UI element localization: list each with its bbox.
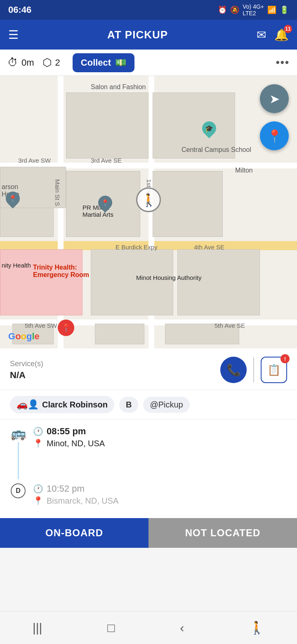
milton-label: Milton [235, 167, 253, 174]
map-marker-left: 📍 [6, 192, 20, 206]
notes-button[interactable]: 📋 ! [261, 357, 287, 383]
5th-ave-sw-label: 5th Ave SW [25, 322, 57, 329]
building-1 [66, 92, 148, 159]
pickup-timeline: 🚌 [10, 426, 26, 479]
direction-icon: ➤ [269, 92, 280, 106]
trinity-health-label: Trinity Health:Emergency Room [33, 264, 89, 279]
signal-text: Vo) 4G+LTE2 [243, 3, 264, 17]
menu-lines-icon: ||| [33, 621, 42, 635]
main-st-label: Main St S [54, 179, 61, 206]
pickup-addr-row: 📍 Minot, ND, USA [33, 438, 105, 448]
passenger-status: @Pickup [143, 397, 189, 413]
my-location-button[interactable]: 📍 [260, 121, 289, 150]
pickup-info: 🕐 08:55 pm 📍 Minot, ND, USA [33, 426, 105, 448]
passenger-name: Clarck Robinson [42, 400, 108, 410]
mail-icon: ✉ [257, 28, 266, 41]
dropoff-location: Bismarck, ND, USA [47, 496, 118, 506]
not-located-button[interactable]: NOT LOCATED [148, 518, 297, 548]
mute-icon: 🔕 [230, 5, 239, 14]
action-buttons: ON-BOARD NOT LOCATED [0, 518, 297, 548]
person-marker: 🚶 [136, 187, 161, 212]
passenger-chip[interactable]: 🚗👤 Clarck Robinson [10, 396, 114, 413]
minot-housing-label: Minot Housing Authority [136, 274, 201, 281]
location-icon-dropoff: 📍 [33, 496, 43, 506]
dropoff-section: D 🕐 10:52 pm 📍 Bismarck, ND, USA [10, 483, 287, 506]
actions-divider [253, 358, 254, 382]
dropoff-timeline: D [10, 483, 26, 498]
dropoff-time: 10:52 pm [47, 483, 85, 494]
nav-menu-button[interactable]: ||| [33, 621, 42, 635]
collect-button[interactable]: Collect 💵 [73, 53, 134, 72]
clock-icon-pickup: 🕐 [33, 426, 43, 436]
gray-pin-left: 📍 [3, 189, 23, 208]
building-6 [153, 171, 223, 237]
services-actions: 📞 📋 ! [220, 357, 287, 383]
nav-person-button[interactable]: 🚶 [249, 620, 264, 635]
notification-badge: 11 [284, 25, 292, 33]
call-button[interactable]: 📞 [220, 357, 247, 383]
passenger-row: 🚗👤 Clarck Robinson B @Pickup [0, 390, 297, 419]
menu-button[interactable]: ☰ [8, 28, 19, 42]
burdick-expy-label: E Burdick Expy [116, 244, 158, 251]
location-icon-pickup: 📍 [33, 438, 43, 448]
signal-bars-icon: 📶 [267, 5, 276, 14]
map-view[interactable]: Salon and Fashion Central Campus School … [0, 76, 297, 348]
services-value: N/A [10, 370, 220, 381]
pickup-location: Minot, ND, USA [47, 439, 105, 448]
phone-icon: 📞 [226, 363, 241, 377]
back-chevron-icon: ‹ [180, 621, 184, 635]
stops-icon: ⬡ [42, 56, 52, 69]
red-pin: 📍 [58, 320, 74, 336]
dropoff-time-row: 🕐 10:52 pm [33, 483, 118, 494]
pickup-section: 🚌 🕐 08:55 pm 📍 Minot, ND, USA [10, 426, 287, 479]
more-options-button[interactable]: ••• [276, 56, 290, 69]
teal-pin-campus: 🎓 [199, 118, 219, 138]
trinity-health-short-label: nity Health [2, 262, 31, 269]
building-8 [177, 249, 260, 315]
nav-home-button[interactable]: □ [107, 621, 115, 635]
salon-fashion-label: Salon and Fashion [91, 83, 146, 91]
stops-value: 2 [55, 57, 60, 68]
distance-item: ⏱ 0m [7, 56, 34, 69]
map-marker-pr: 📍 [98, 196, 112, 210]
clock-icon-dropoff: 🕐 [33, 484, 43, 494]
building-10 [95, 324, 144, 344]
services-label: Service(s) [10, 360, 220, 368]
dropoff-dot: D [11, 483, 26, 498]
building-7 [91, 249, 173, 315]
passenger-chip-icon: 🚗👤 [16, 399, 39, 410]
status-icons: ⏰ 🔕 Vo) 4G+LTE2 📶 🔋 [218, 3, 289, 17]
notification-button[interactable]: 🔔 11 [274, 28, 289, 42]
pickup-time-row: 🕐 08:55 pm [33, 426, 105, 437]
mail-button[interactable]: ✉ [257, 28, 266, 42]
services-row: Service(s) N/A 📞 📋 ! [0, 348, 297, 390]
nav-back-button[interactable]: ‹ [180, 621, 184, 635]
pickup-time: 08:55 pm [47, 426, 86, 437]
map-marker-red: 📍 [58, 320, 74, 336]
collect-label: Collect [81, 57, 111, 68]
passenger-badge: B [119, 397, 138, 413]
onboard-button[interactable]: ON-BOARD [0, 518, 148, 548]
header-icons: ✉ 🔔 11 [257, 28, 289, 42]
collect-icon: 💵 [115, 57, 126, 68]
page-title: AT PICKUP [107, 28, 168, 41]
google-logo: Google [8, 331, 40, 342]
4th-ave-se-label: 4th Ave SE [194, 244, 224, 251]
central-campus-label: Central Campus School [182, 146, 251, 154]
alarm-icon: ⏰ [218, 5, 227, 14]
status-bar: 06:46 ⏰ 🔕 Vo) 4G+LTE2 📶 🔋 [0, 0, 297, 20]
timeline-line [18, 442, 19, 479]
notes-badge: ! [280, 354, 290, 363]
nav-direction-button[interactable]: ➤ [260, 84, 289, 113]
toolbar: ⏱ 0m ⬡ 2 Collect 💵 ••• [0, 50, 297, 76]
bottom-nav: ||| □ ‹ 🚶 [0, 611, 297, 644]
location-icon: 📍 [267, 129, 282, 143]
van-icon: 🚌 [11, 426, 26, 440]
dropoff-info: 🕐 10:52 pm 📍 Bismarck, ND, USA [33, 483, 118, 506]
person-icon: 🚶 [141, 193, 156, 207]
content-section: Service(s) N/A 📞 📋 ! 🚗👤 Clarck Robinson … [0, 348, 297, 548]
app-header: ☰ AT PICKUP ✉ 🔔 11 [0, 20, 297, 50]
3rd-ave-se-label: 3rd Ave SE [91, 157, 122, 164]
hamburger-icon: ☰ [8, 28, 19, 41]
building-trinity [0, 249, 82, 315]
